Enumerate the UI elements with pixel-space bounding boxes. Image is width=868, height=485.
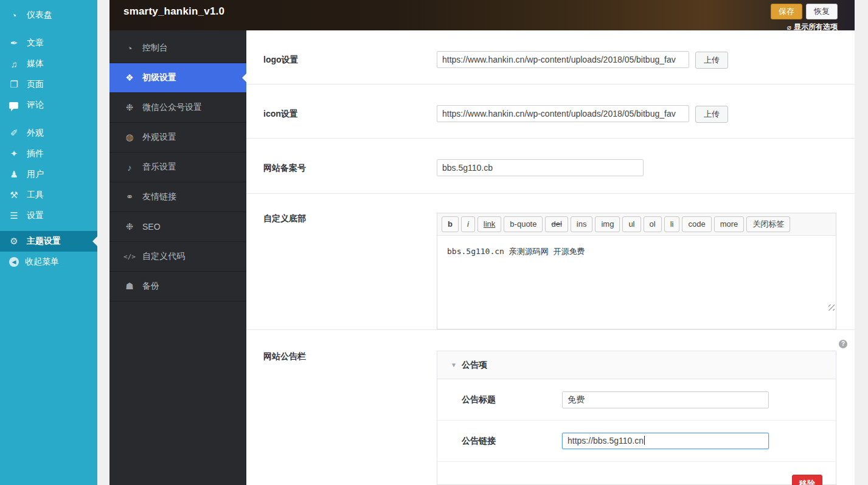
menu-separator — [0, 115, 97, 123]
qt-bold-button[interactable]: b — [442, 216, 459, 232]
logo-url-input[interactable] — [437, 51, 689, 68]
sidebar-item-label: 外观 — [27, 128, 44, 139]
sidebar-item-theme-settings[interactable]: ⚙ 主题设置 — [0, 231, 97, 252]
user-icon: ♟ — [7, 169, 21, 180]
sidebar-item-label: 媒体 — [27, 58, 44, 69]
sidebar-item-label: 收起菜单 — [25, 256, 59, 267]
qt-link-button[interactable]: link — [477, 216, 502, 232]
sidebar-item-dashboard[interactable]: ◔ 仪表盘 — [0, 5, 97, 26]
qt-img-button[interactable]: img — [595, 216, 620, 232]
comment-bubble-icon — [9, 102, 18, 109]
sidebar-item-media[interactable]: ♫ 媒体 — [0, 53, 97, 74]
qt-close-tags-button[interactable]: 关闭标签 — [746, 216, 790, 232]
announcement-panel-title: 公告项 — [462, 360, 487, 371]
quicktags-toolbar: b i link b-quote del ins img ul ol li co… — [437, 213, 836, 236]
bug-icon: ❉ — [123, 102, 136, 113]
text-caret — [644, 436, 645, 445]
custom-footer-textarea[interactable]: bbs.5g110.cn 亲测源码网 开源免费 — [437, 236, 836, 312]
globe-icon: ◍ — [123, 132, 136, 143]
sidebar-item-pages[interactable]: ❐ 页面 — [0, 74, 97, 95]
announcement-title-row: 公告标题 — [437, 379, 836, 421]
qt-more-button[interactable]: more — [714, 216, 745, 232]
theme-tab-custom-code[interactable]: </> 自定义代码 — [109, 242, 246, 272]
theme-tab-music-settings[interactable]: ♪ 音乐设置 — [109, 153, 246, 182]
collapse-arrow-icon: ◀ — [9, 257, 19, 267]
brush-icon: ✐ — [7, 128, 21, 139]
show-all-options-toggle[interactable]: ⌀ 显示所有选项 — [787, 22, 838, 32]
sidebar-item-appearance[interactable]: ✐ 外观 — [0, 123, 97, 143]
media-icon: ♫ — [7, 59, 21, 69]
qt-italic-button[interactable]: i — [461, 216, 475, 232]
footer-editor: b i link b-quote del ins img ul ol li co… — [437, 213, 836, 329]
sidebar-item-collapse-menu[interactable]: ◀ 收起菜单 — [0, 252, 97, 272]
sidebar-item-label: 页面 — [27, 79, 44, 90]
pages-icon: ❐ — [7, 79, 21, 90]
qt-ol-button[interactable]: ol — [644, 216, 662, 232]
announcement-title-input[interactable] — [562, 391, 769, 408]
active-item-arrow — [92, 236, 97, 246]
help-icon[interactable]: ? — [839, 340, 847, 348]
qt-code-button[interactable]: code — [682, 216, 711, 232]
theme-tab-console[interactable]: ◔ 控制台 — [109, 33, 246, 63]
menu-separator — [0, 226, 97, 231]
code-icon: </> — [123, 253, 136, 261]
announcement-panel-footer: 移除 — [437, 462, 836, 485]
theme-tab-label: SEO — [142, 222, 161, 232]
gear-icon: ⚙ — [7, 236, 21, 247]
field-label: 网站备案号 — [263, 159, 437, 193]
sidebar-item-label: 设置 — [27, 210, 44, 221]
sidebar-item-label: 文章 — [27, 38, 44, 49]
remove-button[interactable]: 移除 — [792, 475, 822, 485]
qt-blockquote-button[interactable]: b-quote — [504, 216, 543, 232]
sidebar-item-tools[interactable]: ⚒ 工具 — [0, 185, 97, 205]
theme-tab-wechat-settings[interactable]: ❉ 微信公众号设置 — [109, 93, 246, 123]
restore-button[interactable]: 恢复 — [806, 4, 838, 19]
announcement-panel-header[interactable]: ▼ 公告项 — [437, 351, 836, 379]
theme-tab-friend-links[interactable]: ⚭ 友情链接 — [109, 182, 246, 212]
sidebar-item-users[interactable]: ♟ 用户 — [0, 164, 97, 185]
theme-tab-label: 微信公众号设置 — [142, 102, 202, 113]
field-label: 自定义底部 — [263, 213, 437, 329]
theme-tab-seo[interactable]: ❉ SEO — [109, 212, 246, 242]
logo-upload-button[interactable]: 上传 — [695, 52, 728, 69]
theme-tab-basic-settings[interactable]: ❖ 初级设置 — [109, 63, 246, 93]
theme-settings-sidebar: ◔ 控制台 ❖ 初级设置 ❉ 微信公众号设置 ◍ 外观设置 ♪ 音乐设置 ⚭ 友… — [109, 0, 246, 485]
sidebar-item-plugins[interactable]: ✦ 插件 — [0, 143, 97, 164]
save-button[interactable]: 保存 — [771, 4, 802, 19]
field-label: logo设置 — [263, 51, 437, 84]
announcement-panel: ▼ 公告项 公告标题 公告链接 https://bbs.5g110.cn 移除 — [437, 351, 836, 485]
sidebar-item-settings[interactable]: ☰ 设置 — [0, 205, 97, 226]
sidebar-item-label: 插件 — [27, 148, 44, 159]
sidebar-item-label: 仪表盘 — [27, 10, 52, 21]
show-all-options-label: 显示所有选项 — [794, 22, 838, 32]
textarea-resize-handle[interactable] — [828, 304, 835, 311]
sidebar-item-posts[interactable]: ✒ 文章 — [0, 33, 97, 53]
sidebar-item-label: 主题设置 — [27, 236, 61, 247]
beian-number-input[interactable] — [437, 159, 644, 176]
qt-del-button[interactable]: del — [545, 216, 568, 232]
qt-ins-button[interactable]: ins — [571, 216, 593, 232]
wp-admin-sidebar: ◔ 仪表盘 ✒ 文章 ♫ 媒体 ❐ 页面 评论 ✐ 外观 ✦ 插件 ♟ 用户 ⚒… — [0, 0, 97, 485]
theme-tab-backup[interactable]: ☗ 备份 — [109, 272, 246, 301]
theme-tab-label: 初级设置 — [142, 72, 176, 83]
field-label: icon设置 — [263, 105, 437, 138]
pin-icon: ✒ — [7, 38, 21, 49]
sidebar-item-comments[interactable]: 评论 — [0, 95, 97, 115]
announcement-link-input[interactable]: https://bbs.5g110.cn — [562, 433, 769, 449]
plug-icon: ✦ — [7, 148, 21, 159]
icon-url-input[interactable] — [437, 105, 689, 122]
theme-tab-label: 外观设置 — [142, 132, 176, 143]
theme-tab-appearance-settings[interactable]: ◍ 外观设置 — [109, 123, 246, 153]
qt-li-button[interactable]: li — [664, 216, 680, 232]
theme-tab-label: 自定义代码 — [142, 251, 185, 262]
link-icon: ⚭ — [123, 191, 136, 202]
menu-separator — [0, 26, 97, 33]
theme-tab-label: 控制台 — [142, 43, 168, 53]
eye-slash-icon: ⌀ — [787, 23, 791, 32]
bug-icon: ❉ — [123, 221, 136, 232]
form-row-logo: logo设置 上传 — [246, 30, 855, 84]
announcement-link-row: 公告链接 https://bbs.5g110.cn — [437, 421, 836, 462]
icon-upload-button[interactable]: 上传 — [695, 106, 728, 123]
qt-ul-button[interactable]: ul — [622, 216, 641, 232]
theme-tab-label: 备份 — [142, 281, 159, 292]
